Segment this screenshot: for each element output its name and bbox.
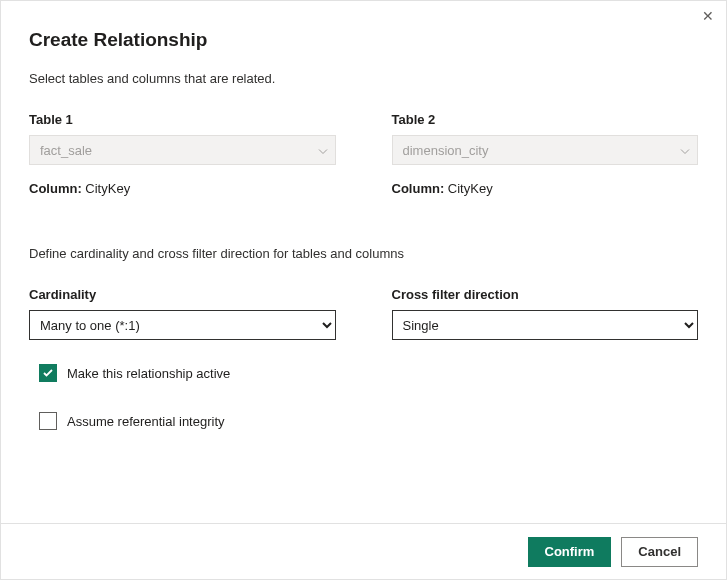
crossfilter-col: Cross filter direction Single	[392, 287, 699, 340]
table2-label: Table 2	[392, 112, 699, 127]
referential-checkbox-label: Assume referential integrity	[67, 414, 225, 429]
table1-label: Table 1	[29, 112, 336, 127]
dialog-subtitle: Select tables and columns that are relat…	[29, 71, 698, 86]
check-icon	[42, 367, 54, 379]
cardinality-label: Cardinality	[29, 287, 336, 302]
dialog-title: Create Relationship	[29, 29, 698, 51]
table1-column-info: Column: CityKey	[29, 181, 336, 196]
tables-row: Table 1 fact_sale Column: CityKey Table …	[29, 112, 698, 196]
active-checkbox[interactable]	[39, 364, 57, 382]
dialog-footer: Confirm Cancel	[1, 523, 726, 579]
close-button[interactable]: ✕	[700, 7, 716, 25]
table2-select-value: dimension_city	[392, 135, 699, 165]
table1-column-value: CityKey	[85, 181, 130, 196]
active-checkbox-label: Make this relationship active	[67, 366, 230, 381]
table2-col: Table 2 dimension_city Column: CityKey	[392, 112, 699, 196]
section2-text: Define cardinality and cross filter dire…	[29, 246, 698, 261]
table2-column-value: CityKey	[448, 181, 493, 196]
confirm-button[interactable]: Confirm	[528, 537, 612, 567]
referential-checkbox[interactable]	[39, 412, 57, 430]
active-checkbox-row: Make this relationship active	[29, 364, 698, 382]
table1-select-value: fact_sale	[29, 135, 336, 165]
table1-select[interactable]: fact_sale	[29, 135, 336, 165]
cardinality-row: Cardinality Many to one (*:1) Cross filt…	[29, 287, 698, 340]
referential-checkbox-row: Assume referential integrity	[29, 412, 698, 430]
cancel-button[interactable]: Cancel	[621, 537, 698, 567]
crossfilter-label: Cross filter direction	[392, 287, 699, 302]
table1-column-label: Column:	[29, 181, 82, 196]
table2-select[interactable]: dimension_city	[392, 135, 699, 165]
table2-column-info: Column: CityKey	[392, 181, 699, 196]
close-icon: ✕	[702, 8, 714, 24]
crossfilter-select[interactable]: Single	[392, 310, 699, 340]
cardinality-col: Cardinality Many to one (*:1)	[29, 287, 336, 340]
table2-column-label: Column:	[392, 181, 445, 196]
create-relationship-dialog: ✕ Create Relationship Select tables and …	[0, 0, 727, 580]
table1-col: Table 1 fact_sale Column: CityKey	[29, 112, 336, 196]
cardinality-select[interactable]: Many to one (*:1)	[29, 310, 336, 340]
